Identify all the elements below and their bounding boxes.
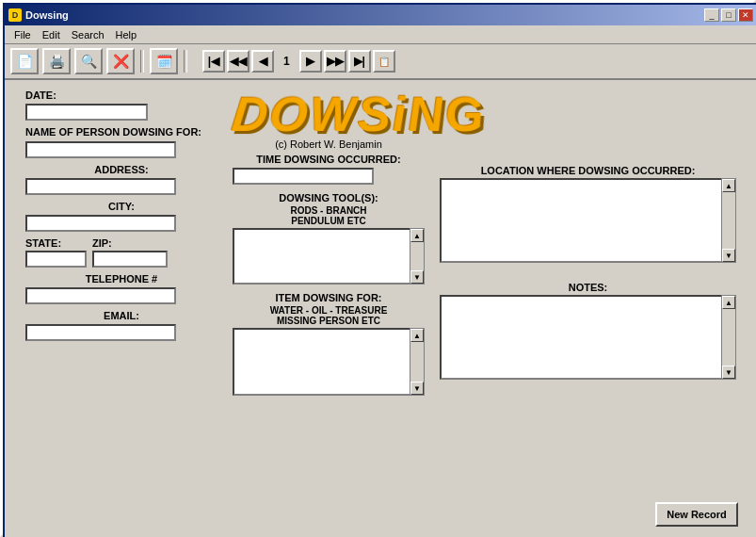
nav-info-button[interactable]: 📋 xyxy=(373,50,395,73)
delete-button[interactable]: ❌ xyxy=(106,48,135,74)
location-scroll-up-arrow[interactable]: ▲ xyxy=(722,179,735,192)
city-label: CITY: xyxy=(25,201,217,212)
separator-2 xyxy=(184,50,187,73)
email-label: EMAIL: xyxy=(25,310,217,321)
item-dowsing-hint2: MISSING PERSON ETC xyxy=(233,316,425,326)
scroll-thumb[interactable] xyxy=(410,242,424,270)
state-input[interactable] xyxy=(25,251,87,268)
dowsing-tools-scrollbar: ▲ ▼ xyxy=(410,228,425,285)
nav-next-button[interactable]: ▶ xyxy=(299,50,322,73)
notes-scroll-thumb[interactable] xyxy=(722,309,735,366)
name-group: NAME OF PERSON DOWSING FOR: xyxy=(25,126,217,158)
item-scroll-up-arrow[interactable]: ▲ xyxy=(410,329,424,342)
zip-label: ZIP: xyxy=(92,237,168,249)
email-input[interactable] xyxy=(25,324,176,341)
scroll-up-arrow[interactable]: ▲ xyxy=(410,229,424,242)
item-dowsing-label: ITEM DOWSING FOR: xyxy=(233,292,425,303)
city-input[interactable] xyxy=(25,215,176,232)
telephone-input[interactable] xyxy=(25,287,176,304)
dowsing-tools-textarea[interactable] xyxy=(233,228,410,285)
location-label: LOCATION WHERE DOWSING OCCURRED: xyxy=(440,165,736,176)
address-input[interactable] xyxy=(25,178,176,195)
menu-file[interactable]: File xyxy=(8,27,37,42)
dowsing-tools-label: DOWSING TOOL(S): xyxy=(233,192,425,203)
new-doc-button[interactable]: 📄 xyxy=(10,48,39,74)
title-bar: D Dowsing _ □ ✕ xyxy=(5,5,756,25)
dowsing-tools-hint1: RODS - BRANCH xyxy=(233,205,425,216)
right-column: LOCATION WHERE DOWSING OCCURRED: ▲ ▼ NOT… xyxy=(432,90,744,529)
nav-first-button[interactable]: |◀ xyxy=(202,50,225,73)
minimize-button[interactable]: _ xyxy=(704,8,719,22)
location-textarea[interactable] xyxy=(440,178,721,263)
location-scroll-down-arrow[interactable]: ▼ xyxy=(722,249,735,262)
location-group: LOCATION WHERE DOWSING OCCURRED: ▲ ▼ xyxy=(440,165,736,263)
menu-bar: File Edit Search Help xyxy=(5,25,756,44)
left-column: DATE: NAME OF PERSON DOWSING FOR: ADDRES… xyxy=(18,90,225,529)
main-content: DATE: NAME OF PERSON DOWSING FOR: ADDRES… xyxy=(5,80,756,537)
state-label: STATE: xyxy=(25,237,87,249)
window-controls: _ □ ✕ xyxy=(704,8,753,22)
new-record-button[interactable]: New Record xyxy=(655,502,738,527)
nav-last-button[interactable]: ▶| xyxy=(348,50,371,73)
notes-textarea[interactable] xyxy=(440,295,721,380)
item-scroll-thumb[interactable] xyxy=(410,342,424,382)
page-number: 1 xyxy=(276,55,298,68)
email-group: EMAIL: xyxy=(25,310,217,341)
menu-edit[interactable]: Edit xyxy=(37,27,66,42)
date-label: DATE: xyxy=(25,90,217,101)
date-input[interactable] xyxy=(25,104,148,121)
notes-group: NOTES: ▲ ▼ xyxy=(440,282,736,380)
item-dowsing-group: ITEM DOWSING FOR: WATER - OIL - TREASURE… xyxy=(233,292,425,396)
location-scrollbar: ▲ ▼ xyxy=(721,178,736,263)
name-label: NAME OF PERSON DOWSING FOR: xyxy=(25,126,217,138)
telephone-group: TELEPHONE # xyxy=(25,273,217,304)
notes-label: NOTES: xyxy=(440,282,736,293)
location-scroll-thumb[interactable] xyxy=(722,192,735,249)
address-group: ADDRESS: xyxy=(25,164,217,195)
item-scroll-down-arrow[interactable]: ▼ xyxy=(410,382,424,395)
name-input[interactable] xyxy=(25,141,176,158)
item-dowsing-textarea[interactable] xyxy=(233,328,410,396)
logo-area: DOWSiNG (c) Robert W. Benjamin xyxy=(233,90,425,150)
date-group: DATE: xyxy=(25,90,217,121)
maximize-button[interactable]: □ xyxy=(721,8,736,22)
nav-prev-page-button[interactable]: ◀◀ xyxy=(227,50,249,73)
window-title: Dowsing xyxy=(25,9,69,21)
separator-1 xyxy=(140,50,144,73)
navigation-group: |◀ ◀◀ ◀ 1 ▶ ▶▶ ▶| 📋 xyxy=(202,50,395,73)
address-label: ADDRESS: xyxy=(25,164,217,175)
nav-prev-button[interactable]: ◀ xyxy=(251,50,274,73)
app-icon: D xyxy=(8,8,22,22)
nav-next-page-button[interactable]: ▶▶ xyxy=(324,50,346,73)
middle-column: DOWSiNG (c) Robert W. Benjamin TIME DOWS… xyxy=(225,90,432,529)
notes-scroll-down-arrow[interactable]: ▼ xyxy=(722,366,735,379)
calendar-button[interactable]: 🗓️ xyxy=(150,48,178,74)
telephone-label: TELEPHONE # xyxy=(25,273,217,285)
toolbar: 📄 🖨️ 🔍 ❌ 🗓️ |◀ ◀◀ ◀ 1 ▶ ▶▶ ▶| 📋 xyxy=(5,44,756,80)
item-dowsing-hint1: WATER - OIL - TREASURE xyxy=(233,305,425,316)
zip-input[interactable] xyxy=(92,251,168,268)
menu-search[interactable]: Search xyxy=(66,27,110,42)
notes-scrollbar: ▲ ▼ xyxy=(721,295,736,380)
time-group: TIME DOWSING OCCURRED: xyxy=(233,154,425,185)
item-dowsing-scrollbar: ▲ ▼ xyxy=(410,328,425,396)
search-toolbar-button[interactable]: 🔍 xyxy=(74,48,103,74)
city-group: CITY: xyxy=(25,201,217,232)
close-button[interactable]: ✕ xyxy=(738,8,753,22)
menu-help[interactable]: Help xyxy=(110,27,143,42)
dowsing-tools-group: DOWSING TOOL(S): RODS - BRANCH PENDULUM … xyxy=(233,192,425,285)
dowsing-tools-hint2: PENDULUM ETC xyxy=(233,216,425,226)
app-logo: DOWSiNG xyxy=(230,90,488,138)
time-input[interactable] xyxy=(233,168,374,185)
notes-scroll-up-arrow[interactable]: ▲ xyxy=(722,296,735,309)
time-label: TIME DOWSING OCCURRED: xyxy=(233,154,425,165)
print-button[interactable]: 🖨️ xyxy=(42,48,71,74)
scroll-down-arrow[interactable]: ▼ xyxy=(410,270,424,284)
state-zip-group: STATE: ZIP: xyxy=(25,237,217,268)
